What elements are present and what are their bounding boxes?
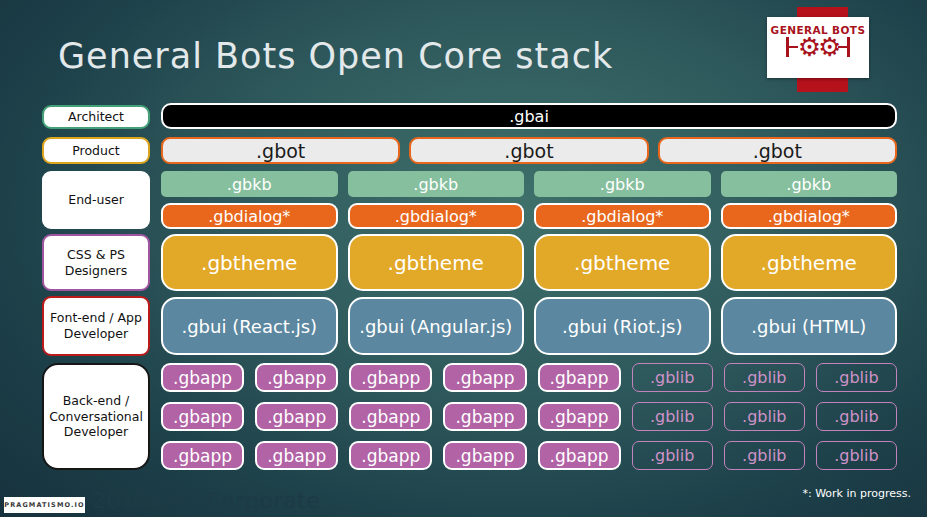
gear-axle-right xyxy=(838,46,847,49)
slide: General Bots Open Core stack GENERAL BOT… xyxy=(0,0,927,517)
gbui-box: .gbui (HTML) xyxy=(721,297,898,355)
gbapp-box: .gbapp xyxy=(349,363,432,392)
gbkb-box: .gbkb xyxy=(348,171,525,197)
row-label-css-ps-designers: CSS & PS Designers xyxy=(42,234,150,291)
gbapp-box: .gbapp xyxy=(538,402,621,431)
gblib-box: .gblib xyxy=(632,402,713,431)
row-label-architect: Architect xyxy=(42,105,150,129)
gbapp-box: .gbapp xyxy=(538,441,621,470)
row-label-frontend-app-developer: Font-end / App Developer xyxy=(42,296,150,356)
gbdialog-box: .gbdialog* xyxy=(161,203,338,229)
row-gbtheme: .gbtheme .gbtheme .gbtheme .gbtheme xyxy=(161,234,897,291)
gbtheme-box: .gbtheme xyxy=(721,234,898,291)
row-gbdialog: .gbdialog* .gbdialog* .gbdialog* .gbdial… xyxy=(161,203,897,229)
page-title: General Bots Open Core stack xyxy=(58,36,613,76)
gear-glyphs: ⚙⚙ xyxy=(798,34,839,60)
gbai-box: .gbai xyxy=(161,103,897,129)
gblib-box: .gblib xyxy=(724,363,805,392)
gbot-box: .gbot xyxy=(161,137,400,164)
footnote: *: Work in progress. xyxy=(802,487,911,500)
footer-slide-label: 2018Q4 - Corporate xyxy=(92,488,320,513)
row-gbot: .gbot .gbot .gbot xyxy=(161,137,897,164)
row-backend-1: .gbapp .gbapp .gbapp .gbapp .gbapp .gbli… xyxy=(161,363,897,392)
row-label-end-user: End-user xyxy=(42,171,150,229)
gbdialog-box: .gbdialog* xyxy=(348,203,525,229)
gears-icon: ⚙⚙ xyxy=(786,34,850,60)
gbapp-box: .gbapp xyxy=(161,441,244,470)
row-gbai: .gbai xyxy=(161,103,897,129)
row-gbkb: .gbkb .gbkb .gbkb .gbkb xyxy=(161,171,897,197)
gbapp-box: .gbapp xyxy=(255,402,338,431)
gblib-box: .gblib xyxy=(724,441,805,470)
gear-axle-left xyxy=(789,46,798,49)
gbot-box: .gbot xyxy=(409,137,648,164)
gbapp-box: .gbapp xyxy=(443,363,526,392)
general-bots-logo: GENERAL BOTS ⚙⚙ xyxy=(767,17,869,78)
gbui-box: .gbui (Riot.js) xyxy=(534,297,711,355)
gblib-box: .gblib xyxy=(724,402,805,431)
gbtheme-box: .gbtheme xyxy=(348,234,525,291)
gbtheme-box: .gbtheme xyxy=(161,234,338,291)
gblib-box: .gblib xyxy=(816,441,897,470)
row-label-product: Product xyxy=(42,137,150,164)
pragmatismo-badge: PRAGMATISMO.IO xyxy=(4,497,85,513)
gblib-box: .gblib xyxy=(816,402,897,431)
row-gbui: .gbui (React.js) .gbui (Angular.js) .gbu… xyxy=(161,297,897,355)
gbapp-box: .gbapp xyxy=(443,402,526,431)
gbapp-box: .gbapp xyxy=(349,441,432,470)
gbkb-box: .gbkb xyxy=(161,171,338,197)
gbot-box: .gbot xyxy=(658,137,897,164)
gbapp-box: .gbapp xyxy=(443,441,526,470)
gbapp-box: .gbapp xyxy=(161,402,244,431)
gbkb-box: .gbkb xyxy=(534,171,711,197)
gbapp-box: .gbapp xyxy=(255,363,338,392)
gbui-box: .gbui (Angular.js) xyxy=(348,297,525,355)
gbapp-box: .gbapp xyxy=(161,363,244,392)
gbapp-box: .gbapp xyxy=(538,363,621,392)
gblib-box: .gblib xyxy=(632,441,713,470)
gear-end-bar-right xyxy=(847,37,850,57)
gbdialog-box: .gbdialog* xyxy=(534,203,711,229)
gblib-box: .gblib xyxy=(816,363,897,392)
gblib-box: .gblib xyxy=(632,363,713,392)
row-label-backend-conversational-developer: Back-end / Conversational Developer xyxy=(42,363,150,470)
row-backend-2: .gbapp .gbapp .gbapp .gbapp .gbapp .gbli… xyxy=(161,402,897,431)
gbkb-box: .gbkb xyxy=(721,171,898,197)
gbui-box: .gbui (React.js) xyxy=(161,297,338,355)
gbdialog-box: .gbdialog* xyxy=(721,203,898,229)
gbapp-box: .gbapp xyxy=(349,402,432,431)
row-backend-3: .gbapp .gbapp .gbapp .gbapp .gbapp .gbli… xyxy=(161,441,897,470)
gbapp-box: .gbapp xyxy=(255,441,338,470)
gbtheme-box: .gbtheme xyxy=(534,234,711,291)
